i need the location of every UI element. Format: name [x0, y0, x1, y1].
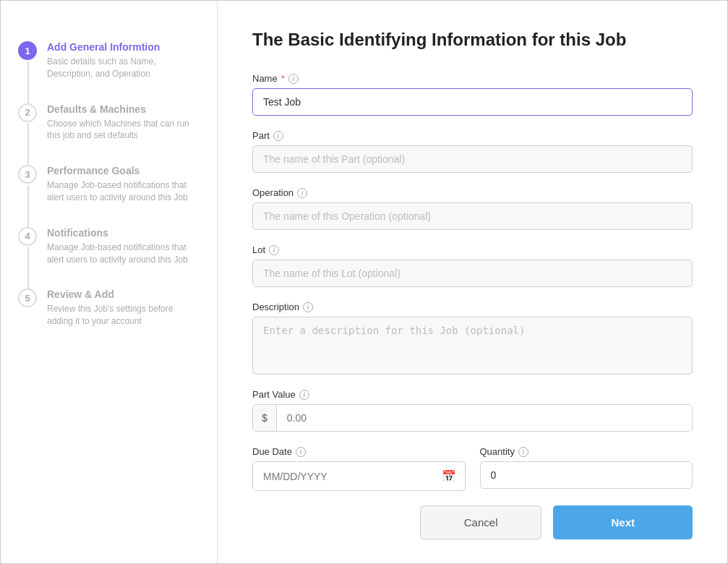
step-5-text: Review & Add Review this Job's settings … — [47, 289, 200, 328]
modal-container: 1 Add General Informtion Basic details s… — [0, 0, 728, 564]
step-2-text: Defaults & Machines Choose which Machine… — [47, 103, 200, 142]
description-input[interactable] — [252, 317, 693, 375]
step-3[interactable]: 3 Performance Goals Manage Job-based not… — [18, 153, 200, 215]
due-date-info-icon: i — [296, 447, 306, 457]
sidebar: 1 Add General Informtion Basic details s… — [1, 1, 218, 563]
quantity-input[interactable] — [480, 461, 693, 489]
page-title: The Basic Identifying Information for th… — [252, 30, 693, 50]
part-value-field-group: Part Value i $ — [252, 389, 693, 432]
step-4[interactable]: 4 Notifications Manage Job-based notific… — [18, 215, 200, 278]
name-input[interactable] — [252, 88, 693, 116]
calendar-icon[interactable]: 📅 — [433, 462, 465, 490]
quantity-label: Quantity i — [480, 446, 693, 457]
part-label: Part i — [252, 130, 693, 141]
step-1-text: Add General Informtion Basic details suc… — [47, 41, 200, 80]
due-date-label: Due Date i — [252, 446, 466, 457]
step-2[interactable]: 2 Defaults & Machines Choose which Machi… — [18, 92, 200, 154]
step-2-circle: 2 — [18, 103, 37, 122]
lot-info-icon: i — [269, 245, 279, 255]
name-required-marker: * — [281, 73, 285, 84]
cancel-button[interactable]: Cancel — [420, 505, 542, 539]
quantity-info-icon: i — [518, 447, 528, 457]
step-4-desc: Manage Job-based notifications that aler… — [47, 242, 200, 266]
step-4-circle: 4 — [18, 227, 37, 246]
step-1-title: Add General Informtion — [47, 41, 200, 53]
part-info-icon: i — [273, 131, 283, 141]
part-value-wrapper: $ — [252, 404, 693, 432]
dollar-sign: $ — [253, 405, 277, 431]
step-3-text: Performance Goals Manage Job-based notif… — [47, 165, 200, 204]
due-date-quantity-row: Due Date i 📅 Quantity i — [252, 446, 693, 491]
step-1-number: 1 — [25, 46, 30, 56]
date-wrapper: 📅 — [252, 461, 466, 491]
step-3-circle: 3 — [18, 165, 37, 184]
part-value-label: Part Value i — [252, 389, 693, 400]
due-date-field-group: Due Date i 📅 — [252, 446, 466, 491]
step-4-number: 4 — [25, 231, 30, 242]
name-label: Name * i — [252, 73, 693, 84]
lot-label: Lot i — [252, 244, 693, 255]
next-button[interactable]: Next — [553, 505, 693, 539]
footer: Cancel Next — [252, 491, 693, 539]
part-value-info-icon: i — [299, 390, 309, 400]
step-5[interactable]: 5 Review & Add Review this Job's setting… — [18, 277, 200, 339]
step-3-title: Performance Goals — [47, 165, 200, 176]
lot-input[interactable] — [252, 260, 693, 287]
operation-input[interactable] — [252, 202, 693, 230]
form: Name * i Part i Operation i — [252, 73, 693, 491]
name-info-icon: i — [288, 74, 299, 84]
step-5-circle: 5 — [18, 289, 37, 307]
due-date-input[interactable] — [253, 463, 433, 490]
step-2-title: Defaults & Machines — [47, 103, 200, 115]
step-5-desc: Review this Job's settings before adding… — [47, 303, 200, 328]
description-label: Description i — [252, 302, 693, 312]
description-info-icon: i — [303, 302, 313, 312]
step-4-title: Notifications — [47, 227, 200, 239]
main-content: The Basic Identifying Information for th… — [218, 1, 727, 563]
description-field-group: Description i — [252, 302, 693, 375]
step-1[interactable]: 1 Add General Informtion Basic details s… — [18, 30, 200, 92]
operation-info-icon: i — [297, 188, 307, 198]
step-5-number: 5 — [25, 293, 30, 304]
operation-field-group: Operation i — [252, 187, 693, 230]
step-3-number: 3 — [25, 169, 30, 180]
step-4-text: Notifications Manage Job-based notificat… — [47, 227, 200, 266]
step-5-title: Review & Add — [47, 289, 200, 300]
lot-field-group: Lot i — [252, 244, 693, 287]
step-1-circle: 1 — [18, 41, 37, 60]
part-value-input[interactable] — [277, 405, 692, 431]
part-field-group: Part i — [252, 130, 693, 173]
step-1-desc: Basic details such as Name, Description,… — [47, 56, 200, 80]
step-3-desc: Manage Job-based notifications that aler… — [47, 179, 200, 204]
quantity-field-group: Quantity i — [480, 446, 693, 491]
step-2-number: 2 — [25, 107, 30, 118]
name-field-group: Name * i — [252, 73, 693, 116]
step-2-desc: Choose which Machines that can run this … — [47, 118, 200, 142]
part-input[interactable] — [252, 145, 693, 173]
operation-label: Operation i — [252, 187, 693, 198]
